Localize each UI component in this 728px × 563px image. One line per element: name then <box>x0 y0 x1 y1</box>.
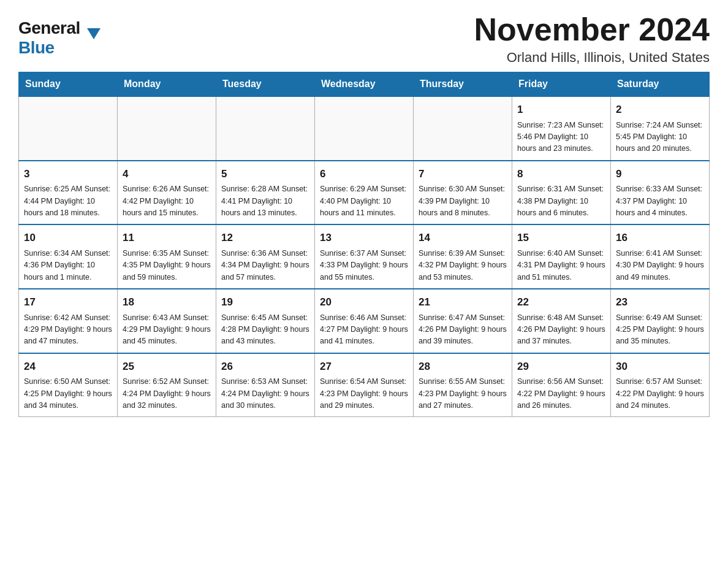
day-number: 4 <box>123 166 211 182</box>
calendar-cell-w2-d7: 9Sunrise: 6:33 AM Sunset: 4:37 PM Daylig… <box>611 161 710 225</box>
day-info: Sunrise: 6:48 AM Sunset: 4:26 PM Dayligh… <box>517 312 605 348</box>
col-header-monday: Monday <box>118 72 216 97</box>
calendar-cell-w1-d4 <box>315 96 414 161</box>
day-number: 9 <box>616 166 704 182</box>
day-number: 23 <box>616 294 704 310</box>
calendar-cell-w5-d1: 24Sunrise: 6:50 AM Sunset: 4:25 PM Dayli… <box>19 353 118 417</box>
day-info: Sunrise: 6:52 AM Sunset: 4:24 PM Dayligh… <box>123 376 211 412</box>
day-info: Sunrise: 7:24 AM Sunset: 5:45 PM Dayligh… <box>616 120 704 155</box>
week-row-3: 10Sunrise: 6:34 AM Sunset: 4:36 PM Dayli… <box>19 224 710 289</box>
day-number: 17 <box>24 294 112 310</box>
day-number: 24 <box>24 359 112 375</box>
day-number: 12 <box>221 230 309 246</box>
day-number: 21 <box>419 294 507 310</box>
calendar-cell-w5-d3: 26Sunrise: 6:53 AM Sunset: 4:24 PM Dayli… <box>216 353 315 417</box>
calendar-cell-w2-d3: 5Sunrise: 6:28 AM Sunset: 4:41 PM Daylig… <box>216 161 315 225</box>
day-number: 30 <box>616 359 704 375</box>
day-info: Sunrise: 6:47 AM Sunset: 4:26 PM Dayligh… <box>419 312 507 348</box>
day-number: 15 <box>517 230 605 246</box>
calendar-cell-w4-d1: 17Sunrise: 6:42 AM Sunset: 4:29 PM Dayli… <box>19 289 118 353</box>
day-info: Sunrise: 6:55 AM Sunset: 4:23 PM Dayligh… <box>419 376 507 412</box>
calendar-cell-w2-d1: 3Sunrise: 6:25 AM Sunset: 4:44 PM Daylig… <box>19 161 118 225</box>
day-info: Sunrise: 6:41 AM Sunset: 4:30 PM Dayligh… <box>616 248 704 283</box>
col-header-tuesday: Tuesday <box>216 72 315 97</box>
calendar-cell-w3-d7: 16Sunrise: 6:41 AM Sunset: 4:30 PM Dayli… <box>611 224 710 289</box>
day-info: Sunrise: 6:29 AM Sunset: 4:40 PM Dayligh… <box>320 183 408 219</box>
day-info: Sunrise: 6:33 AM Sunset: 4:37 PM Dayligh… <box>616 183 704 219</box>
day-number: 27 <box>320 359 408 375</box>
day-number: 3 <box>24 166 112 182</box>
day-info: Sunrise: 6:34 AM Sunset: 4:36 PM Dayligh… <box>24 248 112 283</box>
location-subtitle: Orland Hills, Illinois, United States <box>474 50 710 66</box>
day-info: Sunrise: 6:31 AM Sunset: 4:38 PM Dayligh… <box>517 183 605 219</box>
calendar-cell-w5-d7: 30Sunrise: 6:57 AM Sunset: 4:22 PM Dayli… <box>611 353 710 417</box>
day-number: 16 <box>616 230 704 246</box>
calendar-cell-w4-d4: 20Sunrise: 6:46 AM Sunset: 4:27 PM Dayli… <box>315 289 414 353</box>
logo: General Blue <box>18 12 87 58</box>
calendar-cell-w3-d3: 12Sunrise: 6:36 AM Sunset: 4:34 PM Dayli… <box>216 224 315 289</box>
calendar-cell-w2-d4: 6Sunrise: 6:29 AM Sunset: 4:40 PM Daylig… <box>315 161 414 225</box>
calendar-cell-w3-d5: 14Sunrise: 6:39 AM Sunset: 4:32 PM Dayli… <box>414 224 512 289</box>
day-info: Sunrise: 6:40 AM Sunset: 4:31 PM Dayligh… <box>517 248 605 283</box>
day-number: 29 <box>517 359 605 375</box>
month-title: November 2024 <box>474 12 710 47</box>
day-info: Sunrise: 6:54 AM Sunset: 4:23 PM Dayligh… <box>320 376 408 412</box>
calendar-cell-w1-d7: 2Sunrise: 7:24 AM Sunset: 5:45 PM Daylig… <box>611 96 710 161</box>
week-row-4: 17Sunrise: 6:42 AM Sunset: 4:29 PM Dayli… <box>19 289 710 353</box>
col-header-thursday: Thursday <box>414 72 512 97</box>
calendar-cell-w2-d2: 4Sunrise: 6:26 AM Sunset: 4:42 PM Daylig… <box>118 161 216 225</box>
calendar-cell-w3-d6: 15Sunrise: 6:40 AM Sunset: 4:31 PM Dayli… <box>512 224 611 289</box>
svg-marker-0 <box>87 28 100 39</box>
day-info: Sunrise: 6:46 AM Sunset: 4:27 PM Dayligh… <box>320 312 408 348</box>
day-info: Sunrise: 6:56 AM Sunset: 4:22 PM Dayligh… <box>517 376 605 412</box>
calendar-cell-w1-d5 <box>414 96 512 161</box>
day-number: 19 <box>221 294 309 310</box>
day-info: Sunrise: 6:36 AM Sunset: 4:34 PM Dayligh… <box>221 248 309 283</box>
week-row-2: 3Sunrise: 6:25 AM Sunset: 4:44 PM Daylig… <box>19 161 710 225</box>
calendar-cell-w2-d6: 8Sunrise: 6:31 AM Sunset: 4:38 PM Daylig… <box>512 161 611 225</box>
day-info: Sunrise: 6:43 AM Sunset: 4:29 PM Dayligh… <box>123 312 211 348</box>
calendar-cell-w4-d6: 22Sunrise: 6:48 AM Sunset: 4:26 PM Dayli… <box>512 289 611 353</box>
title-block: November 2024 Orland Hills, Illinois, Un… <box>474 12 710 66</box>
day-number: 22 <box>517 294 605 310</box>
col-header-friday: Friday <box>512 72 611 97</box>
logo-arrow-icon <box>87 28 100 39</box>
logo-blue-text: Blue <box>18 38 55 58</box>
calendar-cell-w4-d5: 21Sunrise: 6:47 AM Sunset: 4:26 PM Dayli… <box>414 289 512 353</box>
calendar-cell-w4-d2: 18Sunrise: 6:43 AM Sunset: 4:29 PM Dayli… <box>118 289 216 353</box>
logo-general-text: General <box>18 18 80 38</box>
day-info: Sunrise: 6:30 AM Sunset: 4:39 PM Dayligh… <box>419 183 507 219</box>
day-number: 26 <box>221 359 309 375</box>
calendar-cell-w5-d4: 27Sunrise: 6:54 AM Sunset: 4:23 PM Dayli… <box>315 353 414 417</box>
day-info: Sunrise: 6:35 AM Sunset: 4:35 PM Dayligh… <box>123 248 211 283</box>
day-info: Sunrise: 6:39 AM Sunset: 4:32 PM Dayligh… <box>419 248 507 283</box>
calendar-cell-w5-d5: 28Sunrise: 6:55 AM Sunset: 4:23 PM Dayli… <box>414 353 512 417</box>
calendar-cell-w5-d6: 29Sunrise: 6:56 AM Sunset: 4:22 PM Dayli… <box>512 353 611 417</box>
day-number: 20 <box>320 294 408 310</box>
calendar-cell-w4-d7: 23Sunrise: 6:49 AM Sunset: 4:25 PM Dayli… <box>611 289 710 353</box>
day-number: 13 <box>320 230 408 246</box>
day-info: Sunrise: 6:53 AM Sunset: 4:24 PM Dayligh… <box>221 376 309 412</box>
calendar-table: Sunday Monday Tuesday Wednesday Thursday… <box>18 72 710 417</box>
day-info: Sunrise: 6:42 AM Sunset: 4:29 PM Dayligh… <box>24 312 112 348</box>
page-header: General Blue November 2024 Orland Hills,… <box>18 12 710 66</box>
calendar-cell-w3-d1: 10Sunrise: 6:34 AM Sunset: 4:36 PM Dayli… <box>19 224 118 289</box>
col-header-sunday: Sunday <box>19 72 118 97</box>
day-number: 6 <box>320 166 408 182</box>
day-number: 14 <box>419 230 507 246</box>
day-number: 28 <box>419 359 507 375</box>
calendar-cell-w1-d1 <box>19 96 118 161</box>
day-info: Sunrise: 6:37 AM Sunset: 4:33 PM Dayligh… <box>320 248 408 283</box>
calendar-cell-w3-d2: 11Sunrise: 6:35 AM Sunset: 4:35 PM Dayli… <box>118 224 216 289</box>
week-row-5: 24Sunrise: 6:50 AM Sunset: 4:25 PM Dayli… <box>19 353 710 417</box>
day-number: 2 <box>616 102 704 118</box>
day-number: 8 <box>517 166 605 182</box>
week-row-1: 1Sunrise: 7:23 AM Sunset: 5:46 PM Daylig… <box>19 96 710 161</box>
day-info: Sunrise: 6:26 AM Sunset: 4:42 PM Dayligh… <box>123 183 211 219</box>
day-info: Sunrise: 6:50 AM Sunset: 4:25 PM Dayligh… <box>24 376 112 412</box>
day-info: Sunrise: 6:45 AM Sunset: 4:28 PM Dayligh… <box>221 312 309 348</box>
calendar-header-row: Sunday Monday Tuesday Wednesday Thursday… <box>19 72 710 97</box>
day-info: Sunrise: 6:57 AM Sunset: 4:22 PM Dayligh… <box>616 376 704 412</box>
day-number: 7 <box>419 166 507 182</box>
day-info: Sunrise: 6:25 AM Sunset: 4:44 PM Dayligh… <box>24 183 112 219</box>
